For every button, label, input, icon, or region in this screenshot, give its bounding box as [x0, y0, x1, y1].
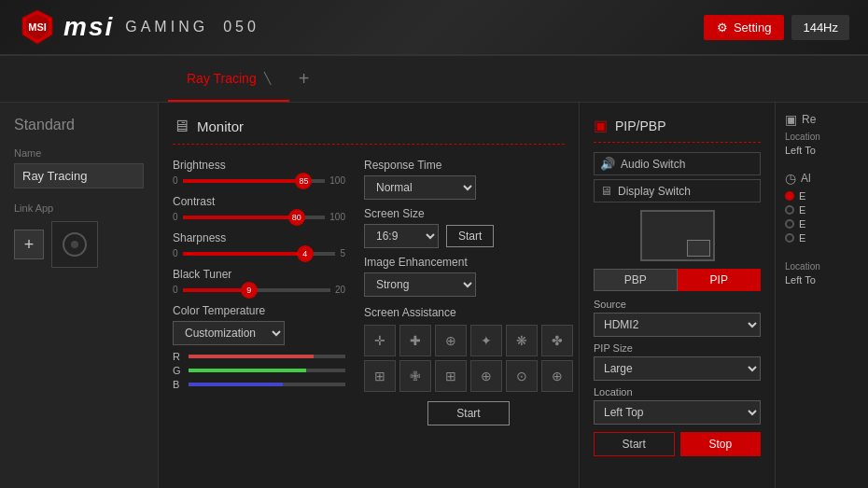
channel-r-track[interactable]	[189, 355, 345, 358]
contrast-slider[interactable]: 0 80 100	[173, 212, 345, 222]
model-text: 050	[223, 19, 259, 35]
tab-ray-tracing[interactable]: Ray Tracing ╲	[168, 56, 289, 102]
channel-b-track[interactable]	[189, 383, 345, 386]
sharpness-fill	[183, 252, 305, 256]
pbp-tab[interactable]: PBP	[594, 269, 678, 291]
tab-add-button[interactable]: +	[289, 68, 319, 90]
brightness-min: 0	[173, 175, 178, 186]
re-label: Re	[802, 113, 816, 126]
pip-start-button[interactable]: Start	[594, 432, 675, 456]
location-select[interactable]: Left Top Right Top Left Bottom Right Bot…	[594, 400, 761, 425]
screen-assistance-group: Screen Assistance ✛ ✚ ⊕ ✦ ❋ ✤ ⊞ ✙ ⊞ ⊕ ⊙ …	[364, 306, 573, 425]
channel-b-label: B	[173, 379, 184, 390]
header: MSI msi GAMING 050 ⚙ Setting 144Hz	[0, 0, 868, 56]
radio-option-2[interactable]: E	[785, 204, 859, 216]
crosshair-btn-5[interactable]: ❋	[506, 325, 538, 356]
contrast-max: 100	[329, 212, 345, 222]
screen-assistance-start-button[interactable]: Start	[427, 401, 509, 425]
pip-size-select[interactable]: Large Small Medium	[594, 356, 761, 381]
monitor-title: Monitor	[197, 119, 244, 134]
crosshair-btn-4[interactable]: ✦	[470, 325, 502, 356]
link-app-label: Link App	[14, 202, 144, 214]
crosshair-btn-1[interactable]: ✛	[364, 325, 396, 356]
crosshair-btn-9[interactable]: ⊞	[435, 360, 467, 392]
app-icon	[51, 221, 98, 268]
al-icon: ◷	[785, 171, 796, 186]
screen-size-select[interactable]: 16:9 4:3 Auto	[364, 224, 439, 248]
screen-assistance-label: Screen Assistance	[364, 306, 573, 319]
pip-size-label: PIP Size	[594, 342, 761, 354]
color-temp-select[interactable]: Customization Warm Normal Cool	[173, 321, 285, 345]
name-input[interactable]	[14, 163, 144, 188]
image-enhancement-label: Image Enhancement	[364, 256, 573, 269]
source-select[interactable]: HDMI2 HDMI1 DP1 DP2	[594, 313, 761, 337]
audio-switch-row[interactable]: 🔊 Audio Switch	[594, 152, 761, 175]
image-enhancement-select[interactable]: Off Weak Medium Strong Strongest	[364, 272, 476, 297]
location2-label: Location	[785, 261, 859, 272]
sharpness-label: Sharpness	[173, 231, 345, 244]
location-label: Location	[594, 386, 761, 397]
monitor-icon: 🖥	[173, 117, 189, 136]
black-tuner-track: 9	[183, 288, 330, 292]
screen-size-start-button[interactable]: Start	[446, 225, 494, 247]
radio-dot-2	[785, 205, 794, 215]
location1-label: Location	[785, 132, 859, 142]
pip-pbp-panel: ▣ PIP/PBP 🔊 Audio Switch 🖥 Display Switc…	[579, 103, 775, 488]
radio-option-1[interactable]: E	[785, 190, 859, 202]
brightness-thumb[interactable]: 85	[295, 173, 312, 189]
crosshair-btn-12[interactable]: ⊕	[541, 360, 573, 392]
crosshair-btn-6[interactable]: ✤	[541, 325, 573, 356]
channel-g-track[interactable]	[189, 369, 345, 372]
black-tuner-thumb[interactable]: 9	[241, 282, 258, 299]
crosshair-btn-7[interactable]: ⊞	[364, 360, 396, 392]
pip-panel-header: ▣ PIP/PBP	[594, 117, 761, 143]
msi-logo: MSI msi GAMING 050	[19, 8, 259, 46]
brightness-slider[interactable]: 0 85 100	[173, 175, 345, 186]
add-link-button[interactable]: +	[14, 230, 44, 259]
response-time-select[interactable]: Normal Fast Fastest	[364, 175, 476, 200]
source-group: Source HDMI2 HDMI1 DP1 DP2	[594, 299, 761, 337]
monitor-section-header: 🖥 Monitor	[173, 117, 565, 145]
middle-controls: Response Time Normal Fast Fastest Screen…	[364, 159, 573, 425]
black-tuner-slider[interactable]: 0 9 20	[173, 285, 345, 295]
sharpness-slider[interactable]: 0 4 5	[173, 248, 345, 258]
pip-panel-icon: ▣	[594, 117, 608, 134]
setting-icon: ⚙	[717, 21, 728, 35]
crosshair-btn-3[interactable]: ⊕	[435, 325, 467, 356]
crosshair-btn-11[interactable]: ⊙	[506, 360, 538, 392]
pip-tab[interactable]: PIP	[678, 269, 762, 291]
display-switch-row[interactable]: 🖥 Display Switch	[594, 179, 761, 202]
channel-b-row: B	[173, 379, 345, 390]
header-right: ⚙ Setting 144Hz	[704, 15, 849, 40]
radio-dot-1	[785, 191, 794, 201]
location2-value: Left To	[785, 274, 859, 286]
content-area: 🖥 Monitor Brightness 0 85	[159, 103, 579, 488]
setting-button[interactable]: ⚙ Setting	[704, 15, 784, 40]
pip-start-stop: Start Stop	[594, 432, 761, 456]
color-temp-label: Color Temperature	[173, 304, 345, 317]
audio-switch-label: Audio Switch	[621, 158, 685, 171]
pip-preview	[640, 210, 715, 261]
radio-option-3[interactable]: E	[785, 218, 859, 230]
pip-stop-button[interactable]: Stop	[680, 432, 762, 456]
crosshair-btn-10[interactable]: ⊕	[470, 360, 502, 392]
crosshair-btn-8[interactable]: ✙	[399, 360, 431, 392]
contrast-min: 0	[173, 212, 178, 222]
sharpness-track: 4	[183, 252, 336, 256]
contrast-thumb[interactable]: 80	[288, 209, 305, 226]
radio-label-2: E	[799, 204, 805, 216]
sharpness-max: 5	[340, 248, 345, 258]
re-icon: ▣	[785, 112, 797, 127]
tab-close-icon[interactable]: ╲	[264, 72, 271, 85]
msi-shield-icon: MSI	[19, 8, 56, 46]
black-tuner-group: Black Tuner 0 9 20	[173, 268, 345, 295]
brightness-max: 100	[329, 175, 345, 186]
main-layout: Standard Name Link App + 🖥 Monitor	[0, 103, 868, 488]
display-switch-label: Display Switch	[618, 185, 691, 198]
crosshair-btn-2[interactable]: ✚	[399, 325, 431, 356]
contrast-track: 80	[183, 216, 326, 219]
sharpness-thumb[interactable]: 4	[297, 245, 314, 262]
far-right-section2: ◷ Al E E E E	[785, 171, 859, 246]
brightness-label: Brightness	[173, 159, 345, 172]
radio-option-4[interactable]: E	[785, 232, 859, 244]
